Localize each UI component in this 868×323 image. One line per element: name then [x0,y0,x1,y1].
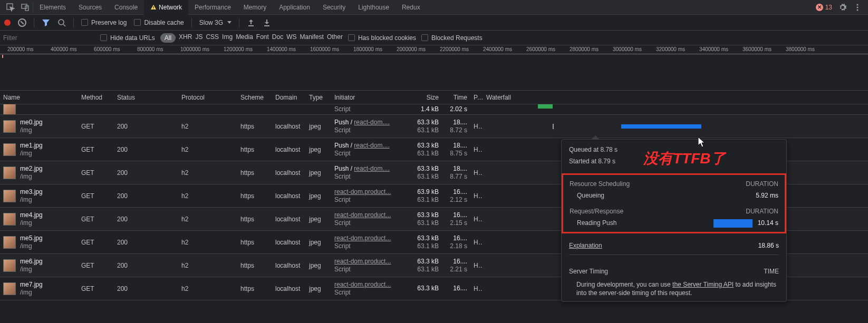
tooltip-queueing-value: 5.92 ms [756,190,778,201]
tab-memory[interactable]: Memory [237,0,273,15]
filter-type-manifest[interactable]: Manifest [300,33,324,43]
tooltip-desc-part1: During development, you can use [576,281,672,288]
svg-rect-1 [22,4,27,8]
filter-type-other[interactable]: Other [327,33,343,43]
cell-initiator[interactable]: Push / react-dom....Script [331,165,402,181]
search-icon[interactable] [57,18,66,27]
col-size[interactable]: Size [402,94,442,101]
cell-size: 63.3 kB63.1 kB [402,165,442,181]
network-toolbar: Preserve log Disable cache Slow 3G [0,15,868,31]
filter-type-doc[interactable]: Doc [272,33,283,43]
col-name[interactable]: Name [0,94,78,101]
col-waterfall[interactable]: Waterfall [483,94,868,101]
filter-type-all[interactable]: All [160,33,176,43]
error-count: 13 [825,4,832,11]
col-domain[interactable]: Domain [272,94,306,101]
tooltip-server-timing-link[interactable]: the Server Timing API [672,281,734,288]
blocked-requests-checkbox[interactable]: Blocked Requests [421,34,483,42]
cell-type: jpeg [306,123,331,130]
timeline-overview[interactable] [0,54,868,91]
tab-console[interactable]: Console [108,0,144,15]
preserve-log-checkbox[interactable]: Preserve log [81,19,127,26]
has-blocked-cookies-checkbox[interactable]: Has blocked cookies [348,34,416,42]
table-row[interactable]: me0.jpg/imgGET200h2httpslocalhostjpegPus… [0,115,868,138]
cell-initiator[interactable]: react-dom.product...Script [331,188,402,204]
cell-protocol: h2 [178,262,237,269]
throttling-select[interactable]: Slow 3G [199,19,232,26]
tab-sources[interactable]: Sources [72,0,108,15]
record-button[interactable] [4,19,11,26]
preserve-log-label: Preserve log [91,19,127,26]
disable-cache-checkbox[interactable]: Disable cache [134,19,184,26]
thumbnail-icon [3,236,16,249]
col-status[interactable]: Status [114,94,178,101]
clear-button[interactable] [18,18,26,27]
cell-size: 63.3 kB [402,285,442,292]
cell-method: GET [78,262,114,269]
cell-method: GET [78,123,114,130]
cell-time: 16.... [442,285,470,292]
ruler-tick: 2400000 ms [483,46,526,52]
download-har-icon[interactable] [263,18,271,27]
col-priority[interactable]: P... [470,94,483,101]
cell-initiator[interactable]: react-dom.product...Script [331,281,402,297]
cell-status: 200 [114,285,178,292]
cell-size: 63.3 kB63.1 kB [402,211,442,227]
tooltip-section-scheduling: Resource Scheduling [570,178,630,190]
request-name: me1.jpg [20,142,43,150]
filter-type-ws[interactable]: WS [286,33,296,43]
devtools-tabstrip: ElementsSourcesConsoleNetworkPerformance… [0,0,868,15]
tooltip-explanation-link[interactable]: Explanation [569,240,602,251]
col-protocol[interactable]: Protocol [178,94,237,101]
cell-domain: localhost [272,123,306,130]
filter-type-media[interactable]: Media [236,33,253,43]
cell-waterfall[interactable] [483,104,868,114]
table-row[interactable]: Script1.4 kB2.02 s [0,104,868,115]
cell-status: 200 [114,192,178,200]
col-method[interactable]: Method [78,94,114,101]
cell-type: jpeg [306,285,331,292]
filter-type-js[interactable]: JS [195,33,202,43]
cell-initiator[interactable]: react-dom.product...Script [331,211,402,227]
filter-funnel-icon[interactable] [42,18,50,27]
cursor-icon [698,137,707,148]
inspect-element-icon[interactable] [3,0,18,15]
col-scheme[interactable]: Scheme [237,94,272,101]
filter-type-xhr[interactable]: XHR [179,33,192,43]
cell-waterfall[interactable] [483,115,868,138]
tab-performance[interactable]: Performance [188,0,237,15]
error-count-badge[interactable]: ✕ 13 [813,4,835,11]
filter-type-img[interactable]: Img [222,33,233,43]
hide-data-urls-checkbox[interactable]: Hide data URLs [100,34,155,42]
timeline-ruler: 200000 ms400000 ms600000 ms800000 ms1000… [0,45,868,54]
tab-application[interactable]: Application [273,0,316,15]
filter-type-font[interactable]: Font [256,33,269,43]
ruler-tick: 2000000 ms [397,46,440,52]
tab-security[interactable]: Security [316,0,352,15]
cell-initiator[interactable]: Script [331,105,402,113]
filter-input[interactable] [0,34,95,42]
col-type[interactable]: Type [306,94,331,101]
cell-size: 63.3 kB63.1 kB [402,142,442,158]
cell-protocol: h2 [178,216,237,223]
cell-protocol: h2 [178,239,237,246]
chevron-down-icon [227,21,232,24]
cell-initiator[interactable]: react-dom.product...Script [331,258,402,273]
more-vertical-icon[interactable] [850,0,865,15]
tab-lighthouse[interactable]: Lighthouse [352,0,396,15]
cell-initiator[interactable]: react-dom.product...Script [331,234,402,250]
cell-protocol: h2 [178,285,237,292]
cell-status: 200 [114,123,178,130]
col-initiator[interactable]: Initiator [331,94,402,101]
tab-redux[interactable]: Redux [396,0,427,15]
tab-network[interactable]: Network [144,0,188,15]
tab-elements[interactable]: Elements [33,0,72,15]
cell-initiator[interactable]: Push / react-dom....Script [331,142,402,158]
settings-gear-icon[interactable] [835,0,850,15]
device-toolbar-icon[interactable] [18,0,33,15]
filter-type-css[interactable]: CSS [206,33,219,43]
upload-har-icon[interactable] [247,18,255,27]
cell-method: GET [78,216,114,223]
cell-initiator[interactable]: Push / react-dom....Script [331,119,402,134]
col-time[interactable]: Time [442,94,470,101]
